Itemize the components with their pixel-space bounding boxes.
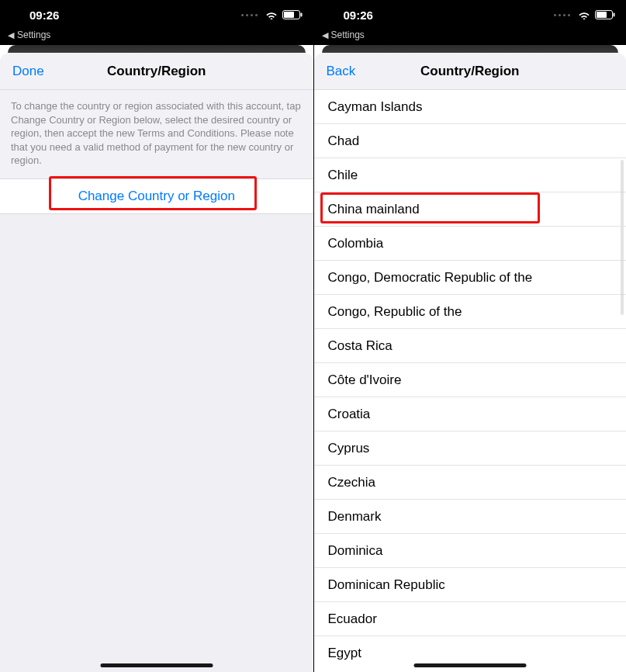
country-row[interactable]: Ecuador [314, 602, 627, 636]
country-row[interactable]: Dominican Republic [314, 568, 627, 602]
back-to-app[interactable]: ◀ Settings [0, 29, 313, 45]
country-row[interactable]: Croatia [314, 397, 627, 431]
svg-rect-1 [284, 12, 294, 18]
wifi-icon [578, 10, 590, 19]
home-indicator-icon[interactable] [413, 663, 526, 667]
back-to-app[interactable]: ◀ Settings [314, 29, 627, 45]
change-country-button[interactable]: Change Country or Region [78, 189, 235, 204]
back-chevron-icon: ◀ [322, 30, 328, 40]
back-button[interactable]: Back [327, 64, 356, 79]
status-icons [554, 10, 615, 19]
svg-rect-4 [597, 12, 607, 18]
nav-bar: Done Country/Region [0, 53, 313, 90]
country-row[interactable]: Chile [314, 158, 627, 192]
country-list[interactable]: Cayman IslandsChadChileChina mainlandCol… [314, 90, 627, 672]
country-row[interactable]: Costa Rica [314, 329, 627, 363]
status-bar: 09:26 [0, 0, 313, 29]
country-row[interactable]: China mainland [314, 192, 627, 227]
description-text: To change the country or region associat… [0, 90, 313, 178]
back-chevron-icon: ◀ [8, 30, 14, 40]
battery-icon [282, 10, 303, 19]
country-row[interactable]: Chad [314, 124, 627, 158]
country-row[interactable]: Cyprus [314, 431, 627, 466]
home-indicator-icon[interactable] [100, 663, 213, 667]
country-row[interactable]: Cayman Islands [314, 90, 627, 124]
done-button[interactable]: Done [12, 64, 44, 79]
country-row[interactable]: Congo, Democratic Republic of the [314, 261, 627, 295]
nav-bar: Back Country/Region [314, 53, 627, 90]
svg-rect-2 [300, 13, 302, 17]
right-phone: 09:26 ◀ Settings Back Country/Region Cay… [313, 0, 627, 672]
sheet-peek [8, 45, 306, 53]
status-time: 09:26 [29, 9, 59, 22]
left-phone: 09:26 ◀ Settings Done Country/Region To … [0, 0, 313, 672]
country-row[interactable]: Côte d'Ivoire [314, 363, 627, 397]
empty-area [0, 214, 313, 672]
page-title: Country/Region [107, 64, 206, 79]
change-country-row[interactable]: Change Country or Region [0, 178, 313, 214]
status-time: 09:26 [344, 9, 373, 22]
country-row[interactable]: Czechia [314, 466, 627, 500]
back-app-label: Settings [17, 29, 50, 40]
back-app-label: Settings [331, 29, 365, 40]
country-row[interactable]: Congo, Republic of the [314, 295, 627, 329]
scrollbar[interactable] [621, 160, 624, 315]
country-row[interactable]: Colombia [314, 227, 627, 261]
country-row[interactable]: Denmark [314, 500, 627, 534]
sheet-peek [322, 45, 619, 53]
wifi-icon [265, 10, 278, 19]
battery-icon [595, 10, 615, 19]
page-title: Country/Region [420, 64, 520, 79]
svg-rect-5 [614, 13, 615, 17]
status-icons [241, 10, 303, 19]
country-row[interactable]: Dominica [314, 534, 627, 568]
status-bar: 09:26 [314, 0, 627, 29]
